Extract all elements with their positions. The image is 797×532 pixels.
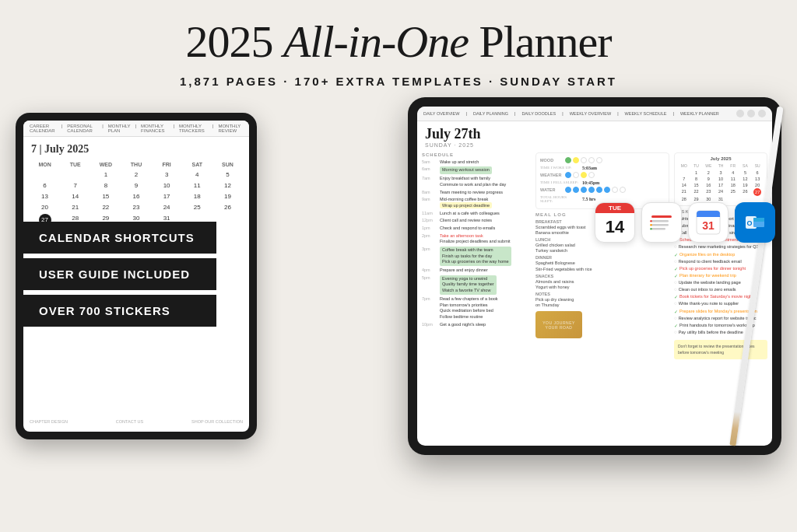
main-title: 2025 All-in-One Planner: [0, 17, 797, 67]
outlook-svg: O: [743, 210, 767, 235]
mini-cal-r3: 14 15 16 17 18 19 20: [678, 182, 764, 188]
snacks-text: Almonds and raisinsYogurt with honey: [535, 279, 669, 290]
left-date-label: 7 | July 2025: [23, 137, 249, 159]
image-text: YOU JOURNEYYOUR ROAD: [542, 320, 575, 330]
cal-row-4: 20 21 22 23 24 25 26: [30, 203, 243, 212]
schedule-item: 7am Enjoy breakfast with familyCommute t…: [422, 176, 531, 187]
cal-row-2: 6 7 8 9 10 11 12: [30, 181, 243, 190]
tablet-right: DAILY OVERVIEW | DAILY PLANNING | DAILY …: [408, 97, 781, 455]
badge-user-guide: USER GUIDE INCLUDED: [17, 258, 216, 290]
ios-cal-day-label: TUE: [595, 203, 634, 213]
schedule-item: 12pm Client call and review notes: [422, 218, 531, 224]
schedule-item: 1pm Check and respond to emails: [422, 226, 531, 232]
notes-text: Pick up dry cleaningon Thursday: [535, 297, 669, 308]
task-item: ✓ Organize files on the desktop: [674, 252, 767, 257]
schedule-item: 3pm Coffee break with the teamFinish up …: [422, 247, 531, 266]
svg-point-4: [650, 220, 651, 222]
reminders-icon: [641, 202, 682, 243]
cal-row-3: 13 14 15 16 17 18 19: [30, 192, 243, 201]
mini-calendar: July 2025 MO TU WE TH FR SA SU 1: [674, 152, 767, 206]
gcal-svg: 31: [695, 209, 722, 236]
mini-cal-header: MO TU WE TH FR SA SU: [678, 163, 764, 168]
planner-body: SCHEDULE 5am Wake up and stretch 6am Mor…: [417, 149, 772, 446]
schedule-item: 4pm Prepare and enjoy dinner: [422, 268, 531, 274]
svg-rect-0: [651, 215, 672, 218]
sticky-note: Don't forget to review the presentation …: [674, 340, 767, 359]
dinner-text: Spaghetti BologneseStir-Fried vegetables…: [535, 261, 669, 271]
schedule-item: 5am Wake up and stretch: [422, 159, 531, 166]
task-item: ○ Research new marketing strategies for …: [674, 244, 767, 250]
weather-row: WEATHER: [540, 172, 665, 178]
time-woke-row: TIME I WOKE UP: 5:03am: [540, 166, 665, 170]
schedule-label: SCHEDULE: [422, 152, 531, 157]
dinner-label: DINNER: [535, 255, 669, 260]
cal-header: MON TUE WED THU FRI SAT SUN: [30, 162, 243, 167]
mood-row: MOOD: [540, 157, 665, 163]
schedule-item: 2pm Take an afternoon taskFinalize proje…: [422, 233, 531, 245]
content-area: CAREER CALENDAR | PERSONAL CALENDAR | MO…: [0, 97, 797, 494]
mini-cal-r5: 28 29 30 31: [678, 196, 764, 202]
water-row: WATER: [540, 187, 665, 193]
svg-rect-3: [651, 228, 665, 230]
task-item: ✓ Print handouts for tomorrow's workshop: [674, 323, 767, 328]
mini-cal-r2: 7 8 9 10 11 12 13: [678, 176, 764, 182]
schedule-item: 11am Lunch at a cafe with colleagues: [422, 211, 531, 217]
cal-row-1: 1 2 3 4 5: [30, 170, 243, 179]
tablet-right-screen: DAILY OVERVIEW | DAILY PLANNING | DAILY …: [417, 107, 772, 446]
schedule-item: 6am Morning workout session: [422, 166, 531, 174]
reminders-svg: [650, 211, 673, 234]
tracker-section: MOOD TIME I WOKE UP: 5:03am: [535, 152, 669, 209]
lunch-text: Grilled chicken saladTurkey sandwich: [535, 243, 669, 254]
schedule-item: 7pm Read a few chapters of a bookPlan to…: [422, 296, 531, 320]
mini-cal-r4: 21 22 23 24 25 26 27: [678, 188, 764, 196]
svg-text:O: O: [746, 219, 752, 227]
planner-date-big: July 27th: [425, 126, 764, 142]
task-item: ○ Pay utility bills before the deadline: [674, 330, 767, 335]
svg-rect-9: [697, 215, 720, 217]
mini-cal-r1: 1 2 3 4 5 6: [678, 170, 764, 176]
planner-schedule-col: SCHEDULE 5am Wake up and stretch 6am Mor…: [422, 152, 531, 443]
feature-badges: CALENDAR SHORTCUTS USER GUIDE INCLUDED O…: [17, 222, 216, 327]
page-header: 2025 All-in-One Planner 1,871 PAGES · 17…: [0, 0, 797, 88]
ios-calendar-icon: TUE 14: [595, 202, 635, 243]
schedule-item: 10pm Get a good night's sleep: [422, 322, 531, 328]
left-footer: CHAPTER DESIGN CONTACT US SHOP OUR COLLE…: [23, 415, 249, 429]
left-calendar-grid: MON TUE WED THU FRI SAT SUN 1 2 3 4 5: [23, 159, 249, 232]
snacks-label: SNACKS: [535, 274, 669, 278]
svg-point-5: [650, 224, 651, 226]
schedule-item: 8am Team meeting to review progress: [422, 190, 531, 196]
badge-stickers: OVER 700 STICKERS: [17, 295, 216, 327]
planner-date-header: July 27th SUNDAY · 2025: [417, 121, 772, 149]
schedule-item: 9am Mid-morning coffee breakWrap up proj…: [422, 197, 531, 208]
badge-calendar-shortcuts: CALENDAR SHORTCUTS: [17, 222, 216, 254]
task-item: ○ Respond to client feedback email: [674, 259, 767, 264]
svg-rect-1: [651, 220, 669, 222]
motivational-image: YOU JOURNEYYOUR ROAD: [535, 311, 582, 338]
ios-cal-day-number: 14: [606, 213, 624, 242]
subtitle: 1,871 PAGES · 170+ EXTRA TEMPLATES · SUN…: [0, 75, 797, 88]
svg-rect-2: [651, 224, 669, 226]
schedule-item: 5pm Evening yoga to unwindQuality family…: [422, 275, 531, 295]
time-slept-row: TIME I FELL ASLEEP: 10:45pm: [540, 180, 665, 185]
svg-rect-15: [753, 218, 764, 222]
tablet-left-nav: CAREER CALENDAR | PERSONAL CALENDAR | MO…: [23, 121, 249, 137]
notes-label: NOTES: [535, 292, 669, 296]
svg-point-6: [650, 228, 651, 229]
google-calendar-icon: 31: [688, 202, 729, 243]
svg-text:31: 31: [702, 219, 714, 232]
planner-middle-col: MOOD TIME I WOKE UP: 5:03am: [535, 152, 669, 443]
outlook-icon: O: [735, 202, 775, 243]
planner-day-sub: SUNDAY · 2025: [425, 142, 764, 148]
app-icons-row: TUE 14 31: [595, 202, 775, 243]
planner-nav: DAILY OVERVIEW | DAILY PLANNING | DAILY …: [417, 107, 772, 121]
